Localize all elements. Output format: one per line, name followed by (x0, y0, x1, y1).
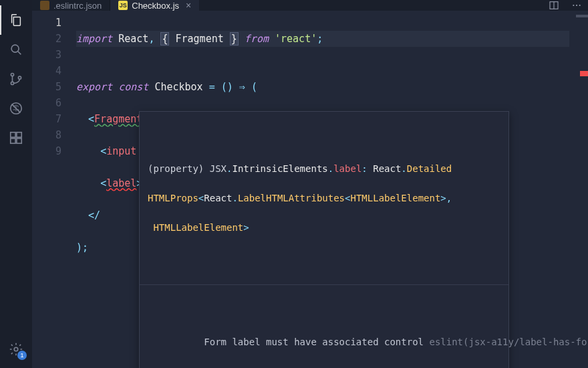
hover-message: Form label must have associated control … (140, 314, 508, 368)
explorer-icon[interactable] (0, 5, 32, 35)
svg-point-14 (573, 5, 574, 6)
code-editor[interactable]: 1 2 3 4 5 6 7 8 9 import React, { Fragme… (32, 11, 588, 368)
svg-point-0 (11, 45, 19, 52)
editor-group: .eslintrc.json JS Checkbox.js × 1 2 3 4 … (32, 0, 588, 368)
activity-bar: 1 (0, 0, 32, 368)
svg-rect-9 (17, 139, 21, 143)
svg-point-2 (11, 73, 13, 76)
svg-point-15 (576, 5, 577, 6)
settings-badge: 1 (17, 351, 27, 360)
svg-line-1 (18, 52, 21, 55)
search-icon[interactable] (0, 35, 32, 64)
tab-label: Checkbox.js (132, 1, 179, 11)
hover-tooltip: (property) JSX.IntrinsicElements.label: … (139, 111, 509, 368)
svg-rect-10 (17, 132, 21, 137)
source-control-icon[interactable] (0, 64, 32, 94)
tab-bar: .eslintrc.json JS Checkbox.js × (32, 0, 588, 11)
tab-eslintrc[interactable]: .eslintrc.json (32, 0, 110, 11)
minimap[interactable] (569, 11, 588, 368)
json-file-icon (40, 1, 49, 10)
svg-point-3 (11, 82, 13, 84)
settings-gear-icon[interactable]: 1 (0, 335, 32, 364)
svg-point-11 (14, 347, 18, 351)
svg-rect-7 (11, 132, 15, 137)
close-icon[interactable]: × (186, 0, 191, 11)
split-editor-icon[interactable] (543, 0, 565, 11)
line-gutter: 1 2 3 4 5 6 7 8 9 (32, 11, 72, 368)
extensions-icon[interactable] (0, 123, 32, 153)
js-file-icon: JS (118, 1, 128, 10)
svg-rect-8 (11, 139, 15, 143)
tab-checkbox-js[interactable]: JS Checkbox.js × (110, 0, 200, 11)
code-content[interactable]: import React, { Fragment } from 'react';… (72, 11, 569, 368)
tab-label: .eslintrc.json (53, 1, 102, 11)
svg-point-16 (579, 5, 581, 6)
debug-disabled-icon[interactable] (0, 94, 32, 123)
svg-point-4 (18, 76, 21, 79)
minimap-error-marker[interactable] (580, 71, 588, 76)
more-actions-icon[interactable] (565, 0, 588, 11)
hover-signature: (property) JSX.IntrinsicElements.label: … (140, 141, 508, 255)
